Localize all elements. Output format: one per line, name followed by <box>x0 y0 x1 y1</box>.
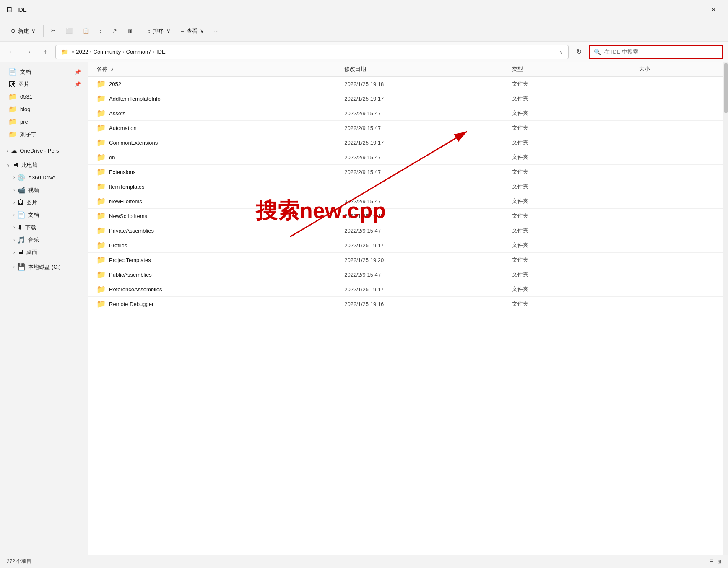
file-row[interactable]: 📁 Extensions 2022/2/9 15:47 文件夹 <box>88 165 723 179</box>
sidebar-item-pre[interactable]: 📁 pre <box>2 116 86 128</box>
up-button[interactable]: ↑ <box>39 45 52 59</box>
back-button[interactable]: ← <box>5 45 18 59</box>
scrollbar-thumb[interactable] <box>724 63 728 113</box>
sidebar-item-a360[interactable]: › 💿 A360 Drive <box>2 171 86 184</box>
file-size <box>636 200 723 203</box>
sidebar-item-blog[interactable]: 📁 blog <box>2 103 86 115</box>
file-type: 文件夹 <box>509 240 636 251</box>
sort-button[interactable]: ↕ 排序 ∨ <box>144 25 175 37</box>
file-row[interactable]: 📁 en 2022/2/9 15:47 文件夹 <box>88 150 723 165</box>
file-row[interactable]: 📁 PublicAssemblies 2022/2/9 15:47 文件夹 <box>88 267 723 282</box>
delete-button[interactable]: 🗑 <box>123 25 137 36</box>
file-date: 2022/2/9 15:47 <box>341 153 508 162</box>
copy-button[interactable]: ⬜ <box>62 25 77 36</box>
file-type: 文件夹 <box>509 78 636 89</box>
share-button[interactable]: ↗ <box>108 25 121 36</box>
path-item-ide[interactable]: IDE <box>156 49 166 55</box>
sidebar-item-0531[interactable]: 📁 0531 <box>2 91 86 103</box>
move-icon: ↕ <box>99 28 102 34</box>
sidebar-item-label-music: 音乐 <box>28 236 39 244</box>
forward-button[interactable]: → <box>22 45 35 59</box>
maximize-button[interactable]: □ <box>684 0 704 20</box>
statusbar-right: ☰ ⊞ <box>709 559 721 565</box>
file-date <box>341 185 508 188</box>
folder-icon: 📁 <box>96 285 106 294</box>
sidebar-item-liuzining[interactable]: 📁 刘子宁 <box>2 128 86 140</box>
folder-icon: 📁 <box>96 167 106 176</box>
address-path[interactable]: 📁 « 2022 › Community › Common7 › IDE ∨ <box>55 45 569 59</box>
thispc-icon: 🖥 <box>12 161 19 169</box>
sidebar-item-downloads[interactable]: › ⬇ 下载 <box>2 221 86 233</box>
sidebar-item-desktop[interactable]: › 🖥 桌面 <box>2 246 86 258</box>
desktop-icon: 🖥 <box>17 249 24 256</box>
file-row[interactable]: 📁 2052 2022/1/25 19:18 文件夹 <box>88 77 723 91</box>
file-type: 文件夹 <box>509 181 636 192</box>
cut-button[interactable]: ✂ <box>47 25 60 36</box>
file-list-container: 名称 ∧ 修改日期 类型 大小 📁 2052 2022/1/25 19:18 文… <box>88 62 723 555</box>
file-row[interactable]: 📁 Assets 2022/2/9 15:47 文件夹 <box>88 106 723 121</box>
minimize-button[interactable]: ─ <box>665 0 684 20</box>
path-item-community[interactable]: Community <box>94 49 121 55</box>
onedrive-expand-icon: › <box>7 148 8 153</box>
file-row[interactable]: 📁 ReferenceAssemblies 2022/1/25 19:17 文件… <box>88 282 723 297</box>
scrollbar[interactable] <box>723 62 728 555</box>
sidebar-item-label-pre: pre <box>20 119 28 125</box>
sidebar-item-documents[interactable]: 📄 文档 📌 <box>2 66 86 78</box>
file-row[interactable]: 📁 ProjectTemplates 2022/1/25 19:20 文件夹 <box>88 253 723 267</box>
search-input[interactable] <box>604 49 718 55</box>
content-wrapper: 名称 ∧ 修改日期 类型 大小 📁 2052 2022/1/25 19:18 文… <box>88 62 728 555</box>
file-type: 文件夹 <box>509 196 636 207</box>
statusbar-icon-2: ⊞ <box>717 559 721 565</box>
pics-expand-icon: › <box>13 200 15 205</box>
titlebar-left: 🖥 IDE <box>5 5 27 14</box>
file-name: PublicAssemblies <box>109 272 152 278</box>
file-name-cell: 📁 NewScriptItems <box>88 210 341 222</box>
file-name: ItemTemplates <box>109 184 145 190</box>
search-icon: 🔍 <box>594 49 601 55</box>
sidebar-item-pics[interactable]: › 🖼 图片 <box>2 197 86 208</box>
file-row[interactable]: 📁 ItemTemplates 文件夹 <box>88 179 723 194</box>
file-size <box>636 170 723 174</box>
file-row[interactable]: 📁 PrivateAssemblies 2022/2/9 15:47 文件夹 <box>88 223 723 238</box>
file-row[interactable]: 📁 NewFileItems 2022/2/9 15:47 文件夹 <box>88 194 723 209</box>
new-button[interactable]: ⊕ 新建 ∨ <box>7 25 40 37</box>
sidebar-item-docs[interactable]: › 📄 文档 <box>2 209 86 221</box>
file-row[interactable]: 📁 Automation 2022/2/9 15:47 文件夹 <box>88 121 723 135</box>
header-size[interactable]: 大小 <box>636 64 723 75</box>
file-name-cell: 📁 Profiles <box>88 239 341 252</box>
sidebar-item-music[interactable]: › 🎵 音乐 <box>2 234 86 246</box>
file-name: en <box>109 154 115 161</box>
path-folder-icon: 📁 <box>61 49 68 55</box>
file-row[interactable]: 📁 Profiles 2022/1/25 19:17 文件夹 <box>88 238 723 253</box>
file-name: ReferenceAssemblies <box>109 286 162 293</box>
file-date: 2022/1/25 19:17 <box>341 94 508 104</box>
close-button[interactable]: ✕ <box>704 0 723 20</box>
file-size <box>636 112 723 115</box>
a360-icon: 💿 <box>17 174 26 182</box>
refresh-button[interactable]: ↻ <box>572 45 585 59</box>
sidebar-item-pictures[interactable]: 🖼 图片 📌 <box>2 78 86 90</box>
file-row[interactable]: 📁 NewScriptItems 2022/1/25 19:17 文件夹 <box>88 209 723 223</box>
view-button[interactable]: ≡ 查看 ∨ <box>177 25 208 37</box>
file-row[interactable]: 📁 Remote Debugger 2022/1/25 19:16 文件夹 <box>88 297 723 311</box>
pin-icon-documents: 📌 <box>75 69 81 75</box>
sidebar-item-videos[interactable]: › 📹 视频 <box>2 184 86 196</box>
move-button[interactable]: ↕ <box>95 25 107 36</box>
more-button[interactable]: ··· <box>210 25 223 36</box>
file-row[interactable]: 📁 CommonExtensions 2022/1/25 19:17 文件夹 <box>88 135 723 150</box>
file-row[interactable]: 📁 AddItemTemplateInfo 2022/1/25 19:17 文件… <box>88 91 723 106</box>
header-type[interactable]: 类型 <box>509 64 636 75</box>
folder-icon: 📁 <box>96 109 106 118</box>
header-date[interactable]: 修改日期 <box>341 64 508 75</box>
file-name-cell: 📁 PrivateAssemblies <box>88 224 341 237</box>
path-dropdown-icon[interactable]: ∨ <box>559 49 563 55</box>
path-item-common7[interactable]: Common7 <box>126 49 151 55</box>
paste-button[interactable]: 📋 <box>78 25 94 36</box>
header-name[interactable]: 名称 ∧ <box>88 64 341 75</box>
sidebar-item-thispc[interactable]: ∨ 🖥 此电脑 <box>2 159 86 171</box>
file-date: 2022/1/25 19:20 <box>341 255 508 265</box>
status-count: 272 个项目 <box>7 558 31 565</box>
sidebar-item-onedrive[interactable]: › ☁ OneDrive - Pers <box>2 145 86 157</box>
path-item-2022[interactable]: 2022 <box>76 49 88 55</box>
sidebar-item-cdrive[interactable]: › 💾 本地磁盘 (C:) <box>2 261 86 273</box>
